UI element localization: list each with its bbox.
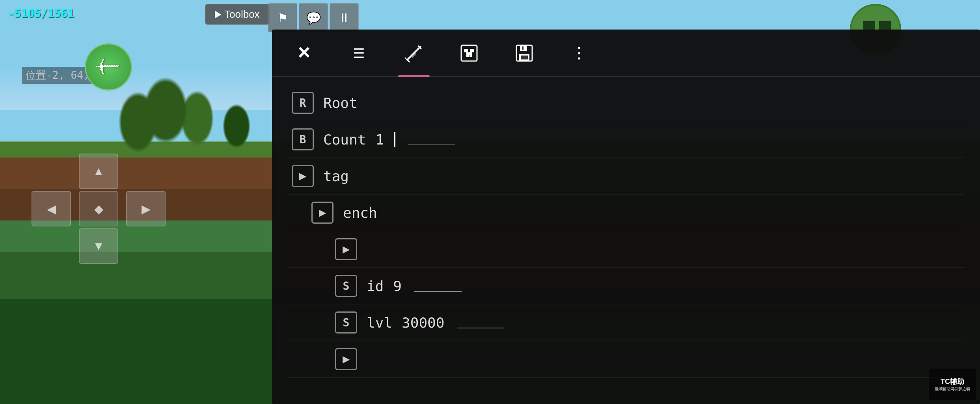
nbt-unnamed-row[interactable] <box>288 231 964 268</box>
nbt-id-underline <box>414 280 462 292</box>
tc-line2: 屋域辅助网@梦之魂 <box>935 386 970 392</box>
nbt-cursor <box>394 132 395 147</box>
panel-toolbar: ✕ ☰ <box>272 30 980 77</box>
nbt-lvl-row[interactable]: S lvl 30000 <box>288 304 964 341</box>
dpad-down-arrow: ▼ <box>93 239 104 253</box>
nbt-tag-label: tag <box>323 168 349 184</box>
nbt-count-badge: B <box>292 128 314 150</box>
dpad-left-button[interactable]: ◀ <box>32 191 71 226</box>
nbt-root-badge: R <box>292 92 314 114</box>
toolbox-button[interactable]: Toolbox <box>205 4 270 25</box>
pickaxe-icon: ⛏ <box>93 52 123 82</box>
toolbox-play-icon <box>215 11 221 19</box>
nbt-lvl-label: lvl <box>367 315 392 331</box>
svg-rect-21 <box>521 56 528 59</box>
top-hud-icons: ⚑ 💬 ⏸ <box>268 3 359 32</box>
nbt-count-label: Count <box>323 132 366 148</box>
nbt-id-row[interactable]: S id 9 <box>288 268 964 304</box>
list-icon: ☰ <box>353 45 365 61</box>
svg-rect-17 <box>470 55 472 57</box>
nbt-tag-row[interactable]: tag <box>288 158 964 195</box>
dots-icon: ⋮ <box>572 44 587 62</box>
dpad: ▲ ▼ ◀ ▶ ◆ <box>28 154 170 264</box>
dpad-up-button[interactable]: ▲ <box>79 154 118 189</box>
svg-line-7 <box>407 46 421 60</box>
svg-rect-14 <box>470 49 474 52</box>
floppy-icon <box>514 43 534 63</box>
nbt-ench-row[interactable]: ench <box>288 195 964 231</box>
nbt-lvl-badge: S <box>335 311 357 334</box>
list-button[interactable]: ☰ <box>343 37 374 69</box>
flag-button[interactable]: ⚑ <box>268 3 297 32</box>
more-options-button[interactable]: ⋮ <box>564 37 595 69</box>
nbt-lvl-value: 30000 <box>402 315 444 331</box>
chat-icon: 💬 <box>306 11 321 25</box>
pickaxe-button[interactable]: ⛏ <box>85 43 132 91</box>
nbt-id-label: id <box>367 278 384 294</box>
dpad-center-icon: ◆ <box>94 202 103 216</box>
toolbox-label: Toolbox <box>224 8 260 20</box>
nbt-unnamed-chevron <box>335 238 357 260</box>
svg-rect-15 <box>466 52 472 55</box>
dpad-right-button[interactable]: ▶ <box>126 191 166 226</box>
creeper-button[interactable] <box>453 37 485 69</box>
nbt-root-label: Root <box>323 95 358 111</box>
sword-button[interactable] <box>398 37 430 69</box>
nbt-lvl-underline <box>457 317 504 328</box>
dpad-center-button[interactable]: ◆ <box>79 191 118 226</box>
nbt-count-value: 1 <box>375 132 384 148</box>
nbt-count-row[interactable]: B Count 1 <box>288 121 964 158</box>
svg-rect-22 <box>522 46 524 50</box>
nbt-count-underline <box>408 133 455 145</box>
hud-coords: -5105/1561 <box>8 7 75 20</box>
nbt-id-value: 9 <box>393 278 402 294</box>
pause-icon: ⏸ <box>338 11 350 24</box>
tc-line1: TC辅助 <box>941 377 964 386</box>
floppy-button[interactable] <box>509 37 540 69</box>
panel-content: R Root B Count 1 tag ench S id <box>272 77 980 404</box>
creeper-icon <box>459 43 479 63</box>
dpad-down-button[interactable]: ▼ <box>79 228 118 264</box>
dpad-left-arrow: ◀ <box>47 202 56 216</box>
svg-rect-13 <box>464 49 468 52</box>
close-button[interactable]: ✕ <box>288 37 319 69</box>
flag-icon: ⚑ <box>278 11 288 25</box>
nbt-more-chevron <box>335 348 357 370</box>
nbt-ench-label: ench <box>343 205 377 221</box>
svg-rect-16 <box>466 55 469 57</box>
nbt-ench-chevron <box>311 202 333 224</box>
close-icon: ✕ <box>297 43 311 63</box>
nbt-tag-chevron <box>292 165 314 187</box>
nbt-more-row[interactable] <box>288 341 964 378</box>
nbt-root-row[interactable]: R Root <box>288 85 964 121</box>
sword-icon <box>404 43 424 63</box>
pause-button[interactable]: ⏸ <box>330 3 359 32</box>
chat-button[interactable]: 💬 <box>299 3 328 32</box>
dpad-up-arrow: ▲ <box>93 165 104 178</box>
nbt-panel: ✕ ☰ <box>272 30 980 404</box>
tc-watermark: TC辅助 屋域辅助网@梦之魂 <box>929 369 976 400</box>
dpad-right-arrow: ▶ <box>142 202 151 216</box>
nbt-id-badge: S <box>335 275 357 297</box>
